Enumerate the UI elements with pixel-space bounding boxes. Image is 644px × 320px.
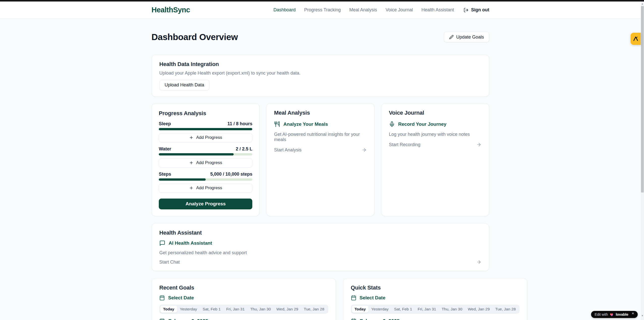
add-water-progress-button[interactable]: Add Progress (159, 158, 252, 168)
pencil-icon (449, 35, 454, 39)
water-progress-fill (159, 153, 234, 155)
recent-goals-card: Recent Goals Select Date Today Yesterday… (151, 278, 336, 320)
tab-sat-feb-1[interactable]: Sat, Feb 1 (200, 306, 224, 313)
health-assistant-description: Get personalized health advice and suppo… (159, 250, 481, 255)
record-your-journey-link[interactable]: Record Your Journey (389, 121, 481, 127)
sleep-progress-bar (159, 128, 252, 130)
start-analysis-action[interactable]: Start Analysis (274, 147, 366, 153)
tab-tue-jan-28[interactable]: Tue, Jan 28 (301, 306, 327, 313)
scrollbar-thumb[interactable] (641, 6, 644, 193)
update-goals-button[interactable]: Update Goals (444, 32, 489, 42)
tab-wed-jan-29[interactable]: Wed, Jan 29 (465, 306, 493, 313)
tab-sat-feb-1[interactable]: Sat, Feb 1 (391, 306, 415, 313)
tab-thu-jan-30[interactable]: Thu, Jan 30 (248, 306, 274, 313)
meal-analysis-title: Meal Analysis (274, 110, 366, 116)
tab-tue-jan-28[interactable]: Tue, Jan 28 (493, 306, 518, 313)
meal-analysis-card: Meal Analysis Analyze Your Meals Get AI-… (266, 103, 374, 216)
steps-progress-bar (159, 178, 252, 181)
tab-wed-jan-29[interactable]: Wed, Jan 29 (273, 306, 301, 313)
tab-today[interactable]: Today (160, 306, 177, 313)
nav-health-assistant[interactable]: Health Assistant (421, 7, 454, 13)
select-date-label: Select Date (168, 295, 194, 301)
log-out-icon (464, 8, 469, 13)
recent-goals-title: Recent Goals (159, 284, 328, 291)
plus-icon (189, 161, 194, 165)
ai-health-assistant-label: AI Health Assistant (169, 240, 212, 246)
tab-fri-jan-31[interactable]: Fri, Jan 31 (415, 306, 439, 313)
quick-stats-date-tabs: Today Yesterday Sat, Feb 1 Fri, Jan 31 T… (351, 305, 520, 314)
edit-with-lovable-badge[interactable]: Edit with lovable ✕ (591, 311, 638, 318)
add-progress-label: Add Progress (196, 135, 222, 140)
nav-voice-journal[interactable]: Voice Journal (386, 7, 413, 13)
nav-dashboard[interactable]: Dashboard (273, 7, 296, 13)
steps-progress-fill (159, 178, 206, 181)
tab-yesterday[interactable]: Yesterday (177, 306, 200, 313)
quick-stats-current-date: February 3, 2025 (351, 318, 520, 320)
sign-out-button[interactable]: Sign out (464, 7, 489, 13)
analyze-your-meals-link[interactable]: Analyze Your Meals (274, 121, 366, 127)
sign-out-label: Sign out (471, 7, 489, 13)
app-logo: HealthSync (151, 6, 190, 14)
add-steps-progress-button[interactable]: Add Progress (159, 183, 252, 193)
quick-stats-select-date-button[interactable]: Select Date (351, 295, 520, 301)
browser-top-strip (0, 0, 644, 2)
lovable-brand-label: lovable (616, 312, 628, 316)
upload-health-data-button[interactable]: Upload Health Data (159, 80, 209, 90)
water-value: 2 / 2.5 L (236, 146, 252, 152)
sleep-value: 11 / 8 hours (227, 121, 252, 126)
app-header: HealthSync Dashboard Progress Tracking M… (0, 2, 641, 19)
vertical-scrollbar[interactable]: ▲ ▼ (641, 2, 644, 320)
add-sleep-progress-button[interactable]: Add Progress (159, 133, 252, 142)
tab-thu-jan-30[interactable]: Thu, Jan 30 (439, 306, 465, 313)
steps-value: 5,000 / 10,000 steps (210, 172, 252, 177)
current-date-label: February 3, 2025 (168, 318, 208, 320)
start-recording-action[interactable]: Start Recording (389, 142, 481, 147)
arrow-right-icon (476, 260, 481, 265)
start-chat-action[interactable]: Start Chat (159, 260, 481, 265)
tab-fri-jan-31[interactable]: Fri, Jan 31 (223, 306, 247, 313)
plus-icon (189, 186, 194, 190)
quick-stats-title: Quick Stats (351, 284, 520, 291)
quick-stats-card: Quick Stats Select Date Today Yesterday … (343, 278, 528, 320)
arrow-right-icon (476, 142, 481, 147)
tab-today[interactable]: Today (352, 306, 369, 313)
nav-meal-analysis[interactable]: Meal Analysis (349, 7, 377, 13)
start-chat-label: Start Chat (159, 260, 180, 265)
badge-close-icon[interactable]: ✕ (632, 312, 634, 315)
lovable-edit-handle[interactable] (631, 33, 641, 45)
analyze-your-meals-label: Analyze Your Meals (283, 121, 328, 127)
page-title: Dashboard Overview (151, 32, 238, 42)
calendar-icon (351, 318, 356, 320)
main-nav: Dashboard Progress Tracking Meal Analysi… (273, 7, 489, 13)
recent-goals-select-date-button[interactable]: Select Date (159, 295, 328, 301)
voice-journal-description: Log your health journey with voice notes (389, 132, 481, 137)
meal-analysis-description: Get AI-powered nutritional insights for … (274, 132, 366, 142)
sleep-label: Sleep (159, 121, 171, 126)
analyze-progress-button[interactable]: Analyze Progress (159, 199, 252, 209)
health-data-description: Upload your Apple Health export (export.… (159, 71, 481, 76)
plus-icon (189, 135, 194, 140)
scrollbar-up-arrow-icon[interactable]: ▲ (641, 2, 644, 5)
record-your-journey-label: Record Your Journey (398, 121, 446, 127)
tab-yesterday[interactable]: Yesterday (369, 306, 391, 313)
scrollbar-down-arrow-icon[interactable]: ▼ (641, 314, 644, 317)
health-assistant-title: Health Assistant (159, 230, 481, 236)
update-goals-label: Update Goals (456, 35, 484, 40)
lovable-heart-icon (610, 312, 614, 317)
add-progress-label: Add Progress (196, 185, 222, 190)
water-progress-bar (159, 153, 252, 155)
ai-health-assistant-link[interactable]: AI Health Assistant (159, 240, 481, 246)
health-data-title: Health Data Integration (159, 61, 481, 68)
app-viewport: HealthSync Dashboard Progress Tracking M… (0, 2, 641, 320)
current-date-label: February 3, 2025 (360, 318, 400, 320)
chat-bubble-icon (159, 240, 165, 246)
water-label: Water (159, 146, 171, 152)
progress-analysis-card: Progress Analysis Sleep 11 / 8 hours Add… (151, 103, 260, 216)
edit-with-label: Edit with (595, 312, 608, 316)
lovable-logo-icon (633, 36, 639, 42)
utensils-icon (274, 121, 280, 127)
health-assistant-card: Health Assistant AI Health Assistant Get… (151, 223, 489, 271)
nav-progress-tracking[interactable]: Progress Tracking (304, 7, 341, 13)
steps-label: Steps (159, 172, 171, 177)
calendar-icon (351, 295, 356, 301)
